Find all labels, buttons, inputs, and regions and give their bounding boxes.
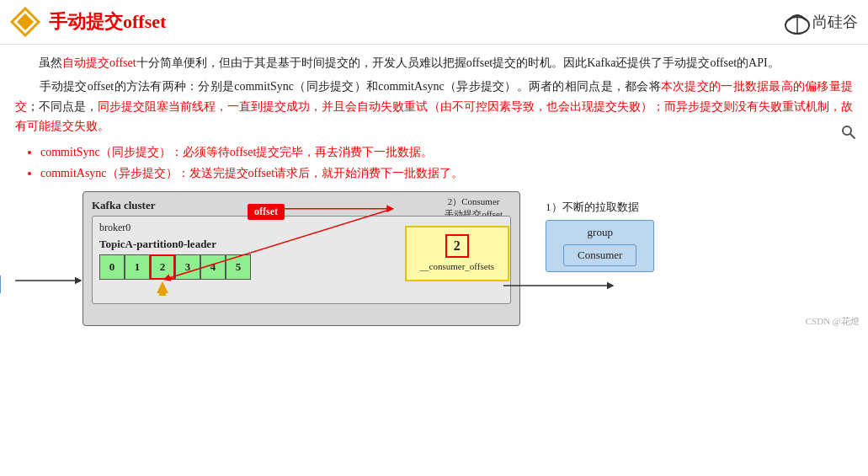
partition-cell-5: 5	[226, 254, 251, 280]
header: 手动提交offset 尚硅谷	[0, 0, 868, 45]
producer-label: Producer	[0, 275, 1, 294]
auto-commit-text: 自动提交offset	[62, 56, 136, 69]
brand-name: 尚硅谷	[812, 12, 858, 32]
right-group: 1）不断的拉取数据 group Consumer	[546, 200, 654, 272]
right-label: 1）不断的拉取数据	[546, 200, 639, 215]
consumer-box: Consumer	[563, 244, 636, 266]
group-title: group	[563, 226, 636, 239]
svg-marker-4	[157, 281, 168, 293]
partition-cell-0: 0	[99, 254, 125, 280]
paragraph-2: 手动提交offset的方法有两种：分别是commitSync（同步提交）和com…	[15, 77, 853, 136]
diagram-area: Producer Kafka cluster offset 2）Consumer…	[15, 191, 853, 326]
svg-rect-5	[159, 292, 166, 296]
arrow-up-area	[99, 281, 503, 297]
bullet-item-2: commitAsync（异步提交）：发送完提交offset请求后，就开始消费下一…	[40, 163, 853, 184]
search-icon[interactable]	[841, 125, 856, 143]
partition-cell-1: 1	[125, 254, 150, 280]
consumer-offsets-number: 2	[445, 234, 469, 258]
consumer-offsets-label: __consumer_offsets	[420, 261, 494, 271]
partition-cell-2: 2	[150, 254, 175, 280]
arrow-up-icon	[150, 281, 175, 297]
group-box: group Consumer	[546, 220, 654, 272]
bullet-list: commitSync（同步提交）：必须等待offset提交完毕，再去消费下一批数…	[40, 142, 853, 184]
page-title: 手动提交offset	[49, 9, 782, 35]
kafka-cluster-wrapper: Producer Kafka cluster offset 2）Consumer…	[15, 191, 512, 326]
offset-badge: offset	[248, 204, 285, 220]
kafka-cluster-box: Kafka cluster offset 2）Consumer 手动提交offs…	[83, 191, 520, 326]
bullet-item-1: commitSync（同步提交）：必须等待offset提交完毕，再去消费下一批数…	[40, 142, 853, 163]
watermark: CSDN @花燈	[806, 315, 860, 328]
brand-icon	[782, 7, 812, 37]
consumer-offsets-box: 2 __consumer_offsets	[405, 226, 509, 281]
logo-icon	[10, 7, 40, 37]
svg-line-11	[850, 134, 855, 138]
cluster-to-consumer-arrow-svg	[503, 277, 621, 294]
main-content: 虽然自动提交offset十分简单便利，但由于其是基于时间提交的，开发人员难以把握…	[0, 45, 868, 331]
consumer-offsets-area: 2 __consumer_offsets	[405, 226, 509, 281]
producer-arrow-svg	[15, 272, 91, 289]
brand-logo: 尚硅谷	[782, 7, 858, 37]
paragraph-1: 虽然自动提交offset十分简单便利，但由于其是基于时间提交的，开发人员难以把握…	[15, 53, 853, 73]
partition-cell-3: 3	[175, 254, 200, 280]
partition-cell-4: 4	[200, 254, 226, 280]
